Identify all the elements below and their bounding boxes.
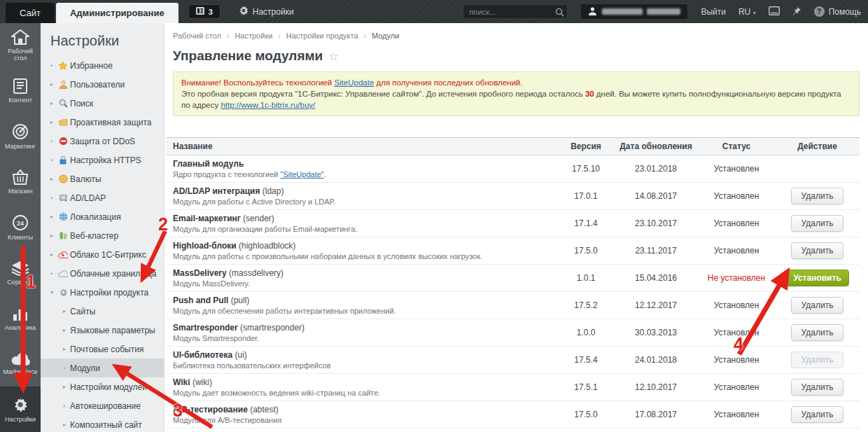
siteupdate-link[interactable]: SiteUpdate	[334, 78, 374, 87]
bullet-icon: ▪	[48, 270, 56, 277]
buy-link[interactable]: http://www.1c-bitrix.ru/buy/	[220, 101, 315, 109]
module-version: 1.0.1	[558, 273, 614, 283]
bullet-icon: ▸	[60, 384, 69, 390]
module-version: 17.1.4	[558, 218, 614, 228]
settings-menu-item-7[interactable]: ▸ Валюты	[41, 169, 164, 188]
module-update-date: 30.03.2013	[614, 328, 698, 337]
module-update-date: 14.08.2017	[614, 191, 698, 201]
delete-button[interactable]: Удалить	[791, 297, 844, 314]
favorite-star-icon[interactable]: ☆	[328, 50, 338, 63]
delete-button[interactable]: Удалить	[791, 188, 844, 204]
module-row: Wiki (wiki) Модуль дает возможность веде…	[166, 374, 860, 401]
top-bar: Сайт Администрирование 3 Настройки	[0, 0, 868, 23]
breadcrumb: Рабочий стол›Настройки›Настройки продукт…	[164, 23, 868, 42]
settings-menu-item-8[interactable]: ▪ AD/LDAP	[41, 188, 164, 207]
breadcrumb-item-4[interactable]: Модули	[372, 32, 399, 40]
module-status: Установлен	[698, 355, 775, 365]
notifications-badge[interactable]: 3	[188, 4, 220, 19]
rail-item-7[interactable]: Аналитика	[0, 295, 41, 341]
rail-item-8[interactable]: Marketplace	[0, 341, 41, 386]
settings-menu-item-15[interactable]: ▸ Языковые параметры	[41, 321, 164, 340]
delete-button[interactable]: Удалить	[791, 379, 844, 396]
siteupdate-link[interactable]: "SiteUpdate"	[280, 170, 323, 179]
settings-menu-item-13[interactable]: ▾ Настройки продукта	[41, 283, 164, 302]
module-update-date: 15.04.2016	[614, 273, 698, 283]
module-update-date: 12.12.2017	[614, 300, 698, 310]
delete-button[interactable]: Удалить	[791, 406, 844, 423]
settings-menu-item-16[interactable]: ▸ Почтовые события	[41, 340, 164, 358]
left-rail: Рабочий стол Контент Маркетинг Магазин 2…	[0, 23, 41, 432]
module-name: Wiki (wiki)	[173, 377, 558, 387]
module-row: MassDelivery (massdelivery) Модуль MassD…	[166, 265, 860, 292]
rail-item-5[interactable]: 24 Клиенты	[0, 205, 41, 251]
ddos-icon	[56, 137, 70, 146]
search-icon[interactable]	[555, 7, 564, 20]
breadcrumb-separator: ›	[364, 32, 366, 40]
module-description: Модуль Smartresponder.	[173, 334, 558, 343]
bullet-icon: ▸	[60, 421, 69, 428]
coin-icon	[56, 174, 70, 183]
settings-menu: Настройки ▪ Избранное ▸ Пользователи ▸ П…	[41, 23, 164, 432]
rail-item-4[interactable]: Магазин	[0, 160, 41, 205]
page-title: Управление модулями	[173, 48, 323, 64]
settings-menu-item-14[interactable]: ▸ Сайты	[41, 302, 164, 321]
help-label: Помощь	[829, 7, 861, 17]
settings-menu-item-3[interactable]: ▸ Поиск	[41, 94, 164, 113]
search-input[interactable]	[463, 4, 568, 19]
services-icon	[11, 260, 29, 276]
module-name: Smartresponder (smartresponder)	[173, 323, 558, 333]
module-version: 17.5.0	[558, 246, 614, 256]
settings-menu-item-17[interactable]: ▪ Модули	[41, 358, 164, 377]
user-menu[interactable]	[580, 4, 688, 20]
desktop-mode-icon[interactable]	[769, 6, 780, 18]
module-description: Модуль MassDelivery.	[173, 279, 558, 288]
gear-icon	[239, 6, 248, 18]
settings-menu-item-2[interactable]: ▸ Пользователи	[41, 75, 164, 94]
module-action: Удалить	[775, 188, 860, 204]
install-button[interactable]: Установить	[785, 270, 849, 286]
rail-item-6[interactable]: Сервисы	[0, 250, 41, 295]
delete-button[interactable]: Удалить	[791, 242, 844, 259]
ldap-icon	[56, 193, 70, 202]
settings-menu-item-12[interactable]: ▪ Облачные хранилища	[41, 264, 164, 283]
settings-menu-item-10[interactable]: ▸ Веб-кластер	[41, 226, 164, 245]
delete-button[interactable]: Удалить	[791, 215, 844, 232]
module-status: Установлен	[698, 246, 775, 256]
rail-item-2[interactable]: Контент	[0, 69, 41, 114]
tab-administration[interactable]: Администрирование	[56, 3, 178, 23]
module-row: A/B-тестирование (abtest) Модуль для A/B…	[166, 401, 860, 428]
settings-menu-item-11[interactable]: ▸ Облако 1С-Битрикс	[41, 245, 164, 264]
bullet-icon: ▪	[48, 138, 56, 144]
breadcrumb-item-1[interactable]: Рабочий стол	[173, 32, 221, 40]
settings-menu-item-9[interactable]: ▸ Локализация	[41, 207, 164, 226]
rail-item-3[interactable]: Маркетинг	[0, 114, 41, 160]
tab-site[interactable]: Сайт	[6, 3, 55, 23]
module-description: Модуль для работы с Active Directory и L…	[173, 197, 558, 207]
settings-menu-item-20[interactable]: ▸ Композитный сайт	[41, 415, 164, 432]
settings-menu-item-18[interactable]: ▸ Настройки модулей	[41, 377, 164, 396]
star-icon	[56, 61, 70, 71]
settings-menu-item-1[interactable]: ▪ Избранное	[41, 56, 164, 75]
settings-menu-item-6[interactable]: ▪ Настройка HTTPS	[41, 151, 164, 169]
breadcrumb-item-2[interactable]: Настройки	[234, 32, 272, 40]
topbar-settings-button[interactable]: Настройки	[239, 6, 294, 18]
rail-item-1[interactable]: Рабочий стол	[0, 23, 41, 69]
rail-item-9[interactable]: Настройки	[0, 386, 41, 432]
settings-menu-item-4[interactable]: ▸ Проактивная защита	[41, 113, 164, 132]
settings-menu-item-5[interactable]: ▪ Защита от DDoS	[41, 132, 164, 151]
cloudred-icon	[56, 251, 70, 258]
content-area: Рабочий стол›Настройки›Настройки продукт…	[164, 23, 868, 432]
module-name: MassDelivery (massdelivery)	[173, 268, 558, 278]
delete-button[interactable]: Удалить	[791, 324, 844, 341]
settings-menu-item-19[interactable]: ▪ Автокеширование	[41, 396, 164, 415]
language-selector[interactable]: RU ▾	[738, 7, 756, 17]
logout-link[interactable]: Выйти	[701, 7, 726, 17]
module-version: 17.5.1	[558, 382, 614, 392]
module-row: Highload-блоки (highloadblock) Модуль дл…	[166, 237, 860, 265]
breadcrumb-item-3[interactable]: Настройки продукта	[286, 32, 358, 40]
module-name: Push and Pull (pull)	[173, 295, 558, 305]
pin-icon[interactable]	[792, 6, 802, 18]
help-button[interactable]: ? Помощь	[814, 6, 861, 17]
chevron-down-icon: ▾	[753, 10, 756, 16]
store-icon	[11, 169, 29, 185]
